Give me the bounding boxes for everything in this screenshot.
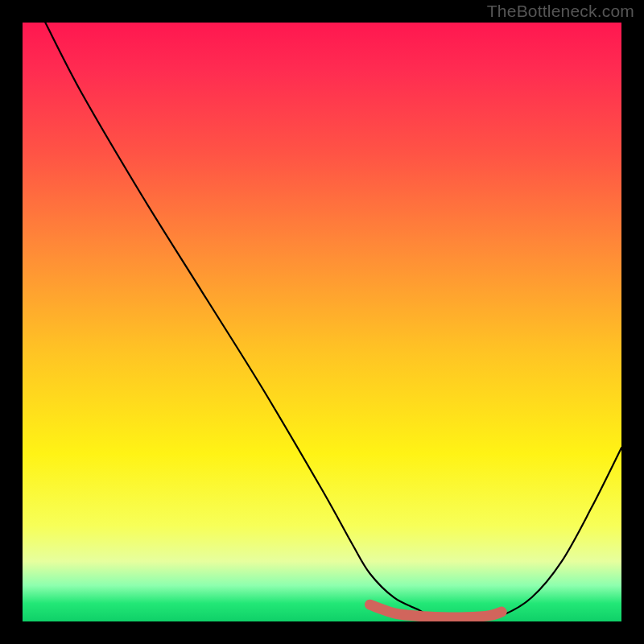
bottleneck-curve xyxy=(45,23,621,620)
chart-svg xyxy=(23,23,621,621)
optimal-range-marker xyxy=(370,605,502,617)
chart-frame: TheBottleneck.com xyxy=(0,0,644,644)
watermark-text: TheBottleneck.com xyxy=(487,2,634,21)
plot-area xyxy=(23,23,621,621)
